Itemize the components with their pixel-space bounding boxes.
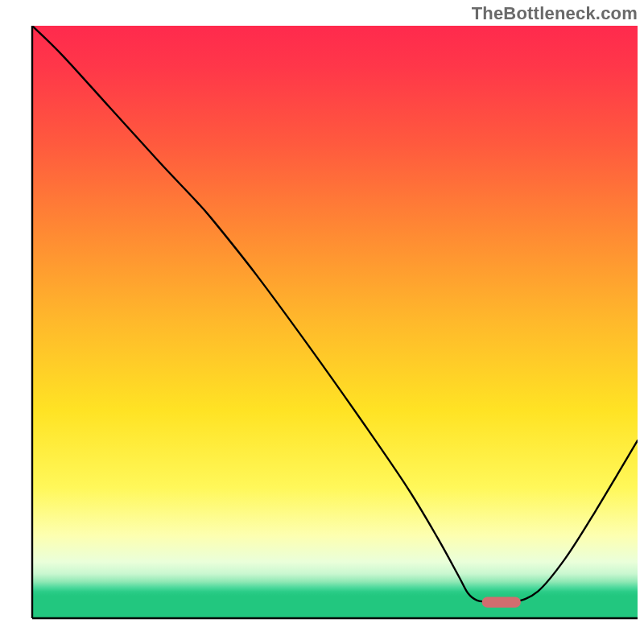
chart-container: TheBottleneck.com (0, 0, 644, 644)
bottleneck-chart (0, 0, 644, 644)
optimal-marker (482, 597, 521, 608)
gradient-background (32, 26, 638, 618)
